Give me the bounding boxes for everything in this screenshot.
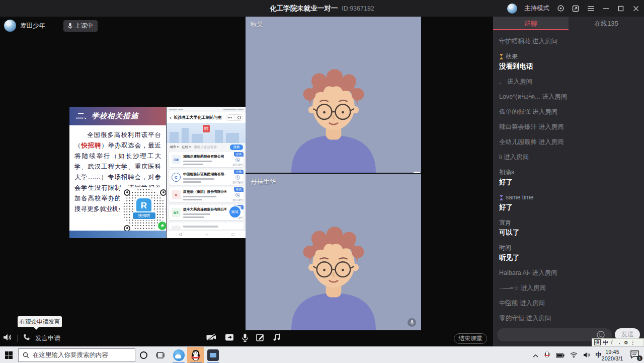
chat-message: 宜青 可以了 — [499, 219, 638, 238]
mic-icon — [68, 23, 72, 29]
divider-handle[interactable] — [414, 172, 420, 173]
maximize-icon[interactable] — [617, 5, 625, 13]
presenter-avatar — [4, 20, 16, 32]
join-notice: 全幼儿园最帅 进入房间 — [499, 138, 638, 146]
taskbar-clock[interactable]: 19:45 2020/3/1 — [599, 348, 626, 362]
android-nav-bar[interactable]: ◁ ○ □ — [167, 230, 246, 238]
system-tray: 中 — [533, 347, 602, 363]
phone-call-icon[interactable] — [235, 175, 240, 180]
join-notice: 零的守恒 进入房间 — [499, 314, 638, 322]
windows-logo-icon — [5, 351, 13, 359]
menu-icon[interactable] — [587, 5, 595, 13]
cortana-icon[interactable] — [140, 351, 147, 359]
join-notice: 辣白菜会爆汁 进入房间 — [499, 123, 638, 131]
ime-toolbar[interactable]: 拼 中 ☾ ， ⚙ ⋮ — [592, 338, 644, 346]
windows-taskbar: 在这里输入你要搜索的内容 中 19:45 2020/3/1 1 — [0, 346, 644, 363]
phone-filter-row: 城市 ▾ 在线 ▾ 请输入企业名称 搜索 — [167, 143, 246, 151]
whiteboard-edit-icon[interactable] — [256, 333, 265, 343]
join-notice: 中空ꦿ熊 进入房间 — [499, 299, 638, 307]
chat-message-list[interactable]: 守护梧桐花 进入房间 秋果 没看到电话 。 进入房间 Love*(ฅ•̀ω•́ฅ… — [493, 30, 644, 327]
join-notice: 。 进入房间 — [499, 78, 638, 86]
phone-call-icon[interactable] — [235, 158, 240, 162]
default-avatar — [277, 64, 390, 173]
qr-code: R 快招聘 — [120, 187, 169, 234]
interview-float-button[interactable]: 面试 — [229, 206, 240, 217]
speak-request-label[interactable]: 发言申请 — [35, 334, 60, 343]
company-card-partial[interactable] — [169, 223, 244, 230]
volume-icon[interactable] — [3, 333, 12, 343]
clock-time: 19:45 — [605, 349, 619, 355]
speak-request-tooltip: 有观众申请发言 — [18, 316, 62, 327]
popout-icon[interactable] — [572, 5, 580, 13]
tray-qq-icon[interactable] — [544, 350, 550, 360]
company-card[interactable]: C 中国检验认证集团湖南有限... 在线 面试邀约 — [169, 170, 244, 185]
qr-logo-label: 快招聘 — [133, 212, 155, 219]
wechat-icon — [158, 222, 167, 230]
ime-punct-icon[interactable]: ， — [617, 339, 622, 346]
emoji-icon[interactable] — [597, 331, 605, 339]
phone-call-icon[interactable] — [235, 193, 240, 197]
company-search-input[interactable]: 请输入企业名称 — [194, 145, 217, 150]
action-center-icon[interactable]: 1 — [630, 350, 641, 360]
battery-icon[interactable] — [556, 351, 565, 360]
slide-title-bar: 二、学校相关措施 — [69, 107, 166, 125]
close-icon[interactable] — [632, 5, 640, 13]
camera-off-icon[interactable] — [206, 333, 217, 343]
wifi-icon[interactable] — [570, 351, 578, 360]
video-feed[interactable]: 丹桂生华 — [246, 174, 421, 330]
taskbar-search-box[interactable]: 在这里输入你要搜索的内容 — [18, 348, 135, 362]
video-feed[interactable]: 秋果 — [246, 17, 421, 173]
end-class-button[interactable]: 结束课堂 — [454, 333, 487, 344]
phone-banner: 聘 — [167, 123, 246, 143]
exit-icon[interactable] — [237, 116, 241, 119]
join-notice: li 进入房间 — [499, 153, 638, 161]
join-notice: ··—=☆ 进入房间 — [499, 284, 638, 292]
chat-message: 初渝ʚ 好了 — [499, 168, 638, 187]
join-notice: 守护梧桐花 进入房间 — [499, 37, 638, 45]
ime-fullhalf-icon[interactable]: ☾ — [610, 340, 615, 345]
android-recents-icon[interactable]: □ — [231, 232, 234, 237]
classroom-app-icon — [207, 349, 219, 361]
meeting-app-icon — [173, 349, 185, 361]
online-filter[interactable]: 在线 ▾ — [182, 145, 191, 150]
city-filter[interactable]: 城市 ▾ — [170, 145, 179, 150]
minimize-icon[interactable] — [602, 5, 610, 13]
taskbar-app-meeting[interactable] — [170, 347, 187, 363]
music-icon[interactable] — [273, 333, 281, 343]
phone-status-bar — [167, 107, 246, 112]
speak-request-phone-icon[interactable] — [23, 334, 30, 343]
taskbar-app-qq[interactable] — [187, 347, 204, 363]
ime-logo[interactable]: 拼 — [594, 339, 601, 345]
video-column: 秋果 丹桂生华 — [246, 17, 421, 330]
host-mode-label[interactable]: 主持模式 — [524, 4, 549, 13]
chat-message: 秋果 没看到电话 — [499, 52, 638, 71]
main-stage: 麦田少年 上课中 二、学校相关措施 全国很多高校利用该平台（快招聘）举办双选会，… — [0, 17, 493, 330]
control-bar: 有观众申请发言 发言申请 结束课堂 — [0, 330, 493, 346]
tray-volume-icon[interactable] — [583, 351, 590, 360]
tab-online-members[interactable]: 在线135 — [569, 17, 644, 30]
start-button[interactable] — [0, 347, 17, 363]
android-home-icon[interactable]: ○ — [205, 232, 208, 237]
more-icon[interactable]: ••• — [228, 116, 232, 119]
phone-nav-bar: ‹ 长沙理工大学化工制药与生... ••• — [167, 112, 246, 123]
screen-share-icon[interactable] — [225, 333, 234, 343]
company-card[interactable]: 双 双胞胎（集团）股份有限公司 在线 面试邀约 — [169, 187, 244, 202]
taskbar-app-classroom[interactable] — [204, 347, 221, 363]
task-view-icon[interactable] — [156, 351, 165, 361]
tray-chevron-icon[interactable] — [533, 351, 538, 360]
back-icon[interactable]: ‹ — [170, 114, 172, 120]
miniprogram-capsule[interactable]: ••• — [226, 114, 243, 121]
ime-settings-icon[interactable]: ⚙ — [624, 340, 628, 345]
class-status-badge: 上课中 — [63, 20, 98, 32]
ime-lang[interactable]: 中 — [603, 339, 608, 346]
mic-icon[interactable] — [242, 333, 248, 344]
company-card[interactable]: 尔康 湖南尔康制药股份有限公司 在线 面试邀约 — [169, 152, 244, 167]
ime-more-icon[interactable]: ⋮ — [630, 340, 635, 345]
speaking-badge-icon — [499, 195, 504, 200]
notification-badge: 1 — [637, 355, 642, 361]
settings-icon[interactable] — [556, 5, 565, 13]
tab-group-chat[interactable]: 群聊 — [493, 17, 569, 30]
qr-center-logo: R — [136, 198, 151, 213]
search-button[interactable]: 搜索 — [230, 144, 243, 150]
android-back-icon[interactable]: ◁ — [179, 232, 182, 237]
